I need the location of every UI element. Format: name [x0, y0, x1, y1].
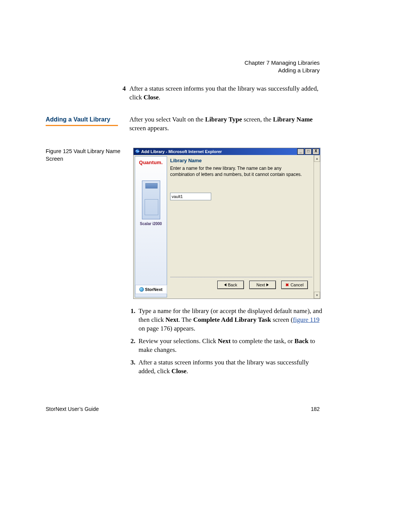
- main-panel: Library Name Enter a name for the new li…: [170, 156, 312, 297]
- cancel-button[interactable]: ✖ Cancel: [281, 281, 308, 289]
- heading-underline: [46, 125, 118, 126]
- scroll-track[interactable]: [314, 162, 320, 292]
- window-titlebar: Add Library - Microsoft Internet Explore…: [134, 148, 320, 155]
- stornext-logo: StorNext: [135, 285, 167, 294]
- steps-list: Type a name for the library (or accept t…: [129, 307, 323, 380]
- section-heading: Adding a Vault Library: [46, 116, 110, 123]
- quantum-logo: Quantum: [139, 160, 162, 165]
- section-intro: After you select Vault on the Library Ty…: [129, 115, 320, 133]
- model-label: Scalar i2000: [140, 222, 162, 226]
- step-3: After a status screen informs you that t…: [137, 358, 323, 376]
- scrollbar[interactable]: ▲ ▼: [314, 155, 320, 299]
- step-4-bold: Close: [143, 94, 159, 101]
- footer-page-number: 182: [311, 406, 320, 412]
- step-number: 4: [123, 85, 126, 93]
- tape-library-icon: [142, 181, 160, 219]
- chapter-line: Chapter 7 Managing Libraries: [244, 59, 320, 67]
- figure-caption: Figure 125 Vault Library Name Screen: [46, 148, 122, 163]
- step-2: Review your selections. Click Next to co…: [137, 337, 323, 355]
- page-footer: StorNext User’s Guide 182: [46, 406, 320, 412]
- maximize-button[interactable]: □: [305, 149, 312, 155]
- panel-heading: Library Name: [170, 158, 312, 163]
- minimize-button[interactable]: _: [297, 149, 304, 155]
- page-header: Chapter 7 Managing Libraries Adding a Li…: [244, 59, 320, 75]
- stornext-dot-icon: [139, 287, 144, 292]
- next-button[interactable]: Next: [249, 281, 276, 289]
- footer-left: StorNext User’s Guide: [46, 406, 99, 412]
- back-button[interactable]: Back: [217, 281, 244, 289]
- ie-icon: [135, 149, 140, 154]
- scroll-up-button[interactable]: ▲: [314, 155, 320, 162]
- screenshot-window: Add Library - Microsoft Internet Explore…: [133, 148, 320, 299]
- window-title: Add Library - Microsoft Internet Explore…: [141, 149, 297, 154]
- step-4: 4 After a status screen informs you that…: [129, 85, 320, 102]
- step-1: Type a name for the library (or accept t…: [137, 307, 323, 333]
- library-name-input[interactable]: [170, 193, 211, 200]
- figure-link[interactable]: figure 119: [293, 316, 320, 323]
- side-panel: Quantum Scalar i2000 StorNext: [135, 156, 167, 297]
- panel-description: Enter a name for the new library. The na…: [170, 166, 307, 177]
- triangle-right-icon: [266, 283, 269, 286]
- close-window-button[interactable]: X: [312, 149, 319, 155]
- scroll-down-button[interactable]: ▼: [314, 292, 320, 299]
- x-icon: ✖: [285, 283, 289, 288]
- section-line: Adding a Library: [244, 67, 320, 74]
- panel-divider: [170, 277, 312, 278]
- triangle-left-icon: [224, 283, 226, 286]
